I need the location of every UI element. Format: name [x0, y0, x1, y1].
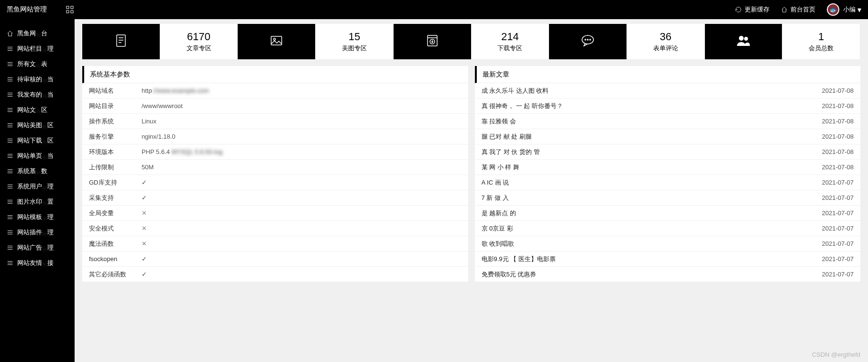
sidebar-item-label: 系统用户...理	[17, 182, 54, 191]
article-row[interactable]: 真 很神奇， 一 起 听你番号？2021-07-08	[475, 99, 861, 114]
article-row[interactable]: 电影9.9元 【 医生】电影票2021-07-07	[475, 252, 861, 267]
sidebar-item-3[interactable]: 待审核的...当	[0, 72, 75, 87]
sidebar-item-label: 网站单页...当	[17, 152, 54, 160]
article-row[interactable]: 腿 已对 献 处 刷腿2021-07-08	[475, 129, 861, 144]
param-label: 环境版本	[89, 148, 142, 156]
param-value: PHP 5.6.4 MYSQL 5.6.50-log	[142, 148, 461, 155]
param-value: ✓	[142, 179, 461, 186]
stat-card-1[interactable]: 6170文章专区	[160, 24, 238, 59]
svg-point-62	[739, 36, 744, 41]
watermark: CSDN @ergthefd	[812, 351, 860, 358]
sidebar-item-1[interactable]: 网站栏目...理	[0, 41, 75, 56]
article-row[interactable]: 成 永久乐斗 达人图 收料2021-07-08	[475, 83, 861, 99]
latest-articles-panel: 最新文章 成 永久乐斗 达人图 收料2021-07-08真 很神奇， 一 起 听…	[475, 66, 861, 282]
username[interactable]: 小编	[843, 5, 856, 14]
article-row[interactable]: 某 网 小 样 舞2021-07-08	[475, 160, 861, 175]
article-title: 成 永久乐斗 达人图 收料	[482, 87, 822, 95]
param-label: 采集支持	[89, 194, 142, 202]
param-value-text: nginx/1.18.0	[142, 133, 176, 140]
image-icon	[268, 33, 285, 51]
sidebar-item-5[interactable]: 网站文...区	[0, 102, 75, 118]
param-row: 上传限制50M	[82, 160, 468, 175]
sidebar-item-15[interactable]: 网站友情...接	[0, 255, 75, 271]
system-params-panel: 系统基本参数 网站域名http://www.example.com网站目录/ww…	[82, 66, 468, 282]
article-date: 2021-07-08	[822, 164, 854, 171]
stat-label: 文章专区	[187, 44, 211, 53]
stat-label: 表单评论	[653, 44, 678, 53]
list-icon	[7, 183, 13, 190]
stat-label: 美图专区	[342, 44, 367, 53]
sidebar-item-8[interactable]: 网站单页...当	[0, 148, 75, 164]
main-content: 6170文章专区15美图专区214下载专区36表单评论1会员总数 系统基本参数 …	[75, 19, 868, 362]
stat-card-8[interactable]	[705, 24, 783, 59]
list-icon	[7, 122, 13, 129]
article-title: 免费领取5元 优惠券	[482, 270, 822, 279]
sidebar-item-14[interactable]: 网站广告...理	[0, 240, 75, 255]
avatar[interactable]: 🐟	[827, 3, 839, 16]
param-value: ✕	[142, 225, 461, 232]
stat-card-9[interactable]: 1会员总数	[782, 24, 860, 59]
article-row[interactable]: 京 0京豆 彩2021-07-07	[475, 221, 861, 236]
article-row[interactable]: 是 越新点 的 2021-07-07	[475, 206, 861, 221]
param-label: 安全模式	[89, 224, 142, 233]
param-label: 魔法函数	[89, 240, 142, 248]
sidebar-item-12[interactable]: 网站模板...理	[0, 209, 75, 225]
article-row[interactable]: A IC 画 说 2021-07-07	[475, 175, 861, 190]
sidebar-item-9[interactable]: 系统基...数	[0, 164, 75, 179]
article-row[interactable]: 免费领取5元 优惠券2021-07-07	[475, 267, 861, 282]
article-date: 2021-07-07	[822, 194, 854, 201]
refresh-cache-link[interactable]: 更新缓存	[735, 5, 769, 14]
param-value: http://www.example.com	[142, 87, 461, 94]
param-row: 其它必须函数✓	[82, 267, 468, 282]
front-home-link[interactable]: 前台首页	[781, 5, 815, 14]
list-icon	[7, 91, 13, 98]
list-icon	[7, 198, 13, 205]
sidebar-item-11[interactable]: 图片水印...置	[0, 194, 75, 209]
stat-card-4[interactable]	[394, 24, 472, 59]
sidebar-item-6[interactable]: 网站美图...区	[0, 118, 75, 133]
home-icon	[781, 6, 788, 13]
sidebar-item-10[interactable]: 系统用户...理	[0, 179, 75, 194]
article-row[interactable]: 真 我了 对 伙 货的 管2021-07-08	[475, 144, 861, 160]
param-row: 网站目录/www/wwwroot	[82, 99, 468, 114]
sidebar-item-7[interactable]: 网站下载...区	[0, 133, 75, 148]
apps-icon[interactable]	[66, 6, 74, 13]
param-row: 魔法函数✕	[82, 236, 468, 252]
param-value-text: Linux	[142, 118, 156, 125]
param-row: 操作系统Linux	[82, 114, 468, 129]
article-date: 2021-07-07	[822, 209, 854, 217]
list-icon	[7, 76, 13, 83]
sidebar-item-2[interactable]: 所有文...表	[0, 56, 75, 72]
sidebar-item-0[interactable]: 黑鱼网...台	[0, 26, 75, 41]
article-row[interactable]: 7 新 做 入2021-07-07	[475, 190, 861, 206]
stat-card-0[interactable]	[82, 24, 160, 59]
stat-number: 214	[501, 31, 519, 43]
stat-card-2[interactable]	[238, 24, 316, 59]
list-icon	[7, 260, 13, 266]
param-value: ✕	[142, 209, 461, 217]
sidebar-item-4[interactable]: 我发布的...当	[0, 87, 75, 102]
refresh-cache-label: 更新缓存	[745, 5, 769, 14]
article-date: 2021-07-08	[822, 133, 854, 140]
article-row[interactable]: 靠 拉雅领 会 2021-07-08	[475, 114, 861, 129]
sidebar-item-13[interactable]: 网站插件...理	[0, 225, 75, 240]
stat-card-6[interactable]	[549, 24, 627, 59]
svg-rect-2	[66, 11, 69, 13]
param-label: 服务引擎	[89, 132, 142, 141]
svg-point-54	[274, 38, 275, 40]
param-row: 网站域名http://www.example.com	[82, 83, 468, 99]
param-value-text: http://www.example.com	[142, 87, 209, 94]
stat-card-5[interactable]: 214下载专区	[472, 24, 549, 59]
param-row: 服务引擎nginx/1.18.0	[82, 129, 468, 144]
list-icon	[7, 214, 13, 220]
article-title: 是 越新点 的	[482, 209, 822, 218]
chevron-down-icon[interactable]: ▾	[857, 5, 861, 14]
article-date: 2021-07-07	[822, 240, 854, 247]
svg-rect-53	[271, 36, 282, 45]
article-row[interactable]: 歌 收到唱歌 2021-07-07	[475, 236, 861, 252]
svg-point-61	[590, 39, 591, 40]
panel-title: 最新文章	[475, 66, 861, 83]
sidebar-item-label: 网站美图...区	[17, 121, 54, 130]
stat-card-7[interactable]: 36表单评论	[627, 24, 705, 59]
stat-card-3[interactable]: 15美图专区	[316, 24, 394, 59]
